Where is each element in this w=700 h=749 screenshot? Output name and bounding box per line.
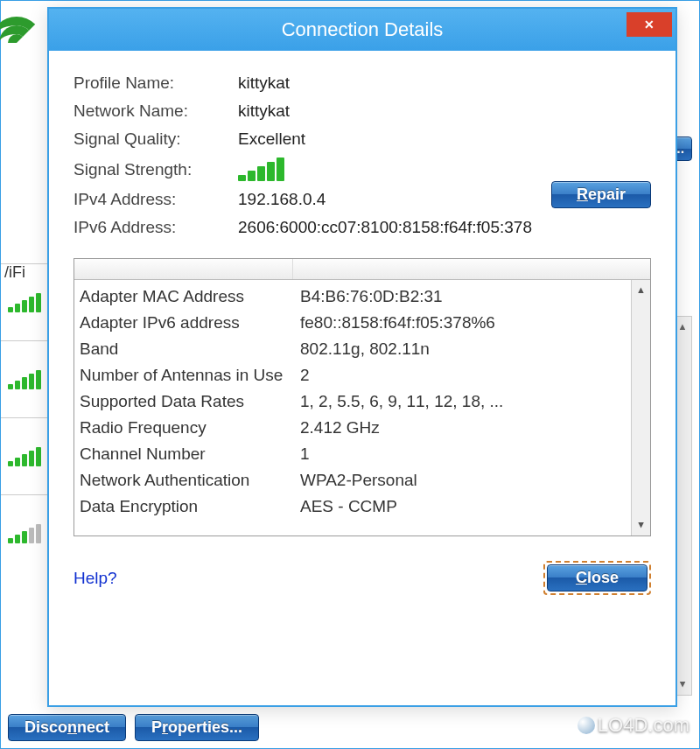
dialog-titlebar[interactable]: Connection Details bbox=[49, 9, 676, 51]
close-button[interactable]: Close bbox=[547, 564, 648, 592]
details-header[interactable] bbox=[74, 259, 650, 280]
list-item[interactable] bbox=[1, 340, 53, 417]
ipv6-label: IPv6 Address: bbox=[74, 218, 238, 237]
details-scrollbar[interactable]: ▲ ▲ bbox=[631, 280, 650, 536]
detail-key: Supported Data Rates bbox=[80, 388, 300, 415]
wifi-logo-icon bbox=[0, 10, 53, 80]
table-row[interactable]: Supported Data Rates1, 2, 5.5, 6, 9, 11,… bbox=[80, 388, 650, 415]
profile-name-value: kittykat bbox=[238, 74, 651, 93]
close-icon[interactable] bbox=[626, 12, 672, 37]
details-table: Adapter MAC AddressB4:B6:76:0D:B2:31Adap… bbox=[74, 258, 651, 536]
detail-key: Adapter IPv6 address bbox=[80, 310, 300, 336]
detail-value: 2 bbox=[300, 362, 650, 388]
repair-button[interactable]: Repair bbox=[551, 181, 651, 208]
signal-strength-label: Signal Strength: bbox=[74, 160, 238, 179]
disconnect-button[interactable]: Disconnect bbox=[8, 714, 126, 741]
help-link[interactable]: Help? bbox=[74, 569, 117, 588]
list-item[interactable] bbox=[1, 263, 53, 340]
dialog-title: Connection Details bbox=[282, 18, 444, 41]
network-name-value: kittykat bbox=[238, 102, 651, 121]
table-row[interactable]: Channel Number1 bbox=[80, 441, 650, 467]
detail-value: AES - CCMP bbox=[300, 494, 650, 520]
ipv4-label: IPv4 Address: bbox=[74, 190, 238, 209]
background-network-list bbox=[1, 263, 53, 571]
signal-bars-icon bbox=[8, 447, 41, 466]
signal-bars-icon bbox=[238, 158, 651, 181]
table-row[interactable]: Adapter MAC AddressB4:B6:76:0D:B2:31 bbox=[80, 284, 650, 310]
signal-bars-icon bbox=[8, 370, 41, 389]
detail-key: Adapter MAC Address bbox=[80, 284, 300, 310]
signal-bars-icon bbox=[8, 524, 41, 543]
table-row[interactable]: Band802.11g, 802.11n bbox=[80, 336, 650, 362]
detail-value: fe80::8158:f64f:f05:378%6 bbox=[300, 310, 650, 336]
detail-value: B4:B6:76:0D:B2:31 bbox=[300, 284, 650, 310]
table-row[interactable]: Radio Frequency2.412 GHz bbox=[80, 415, 650, 441]
table-row[interactable]: Data EncryptionAES - CCMP bbox=[80, 494, 650, 520]
detail-value: 802.11g, 802.11n bbox=[300, 336, 650, 362]
detail-key: Radio Frequency bbox=[80, 415, 300, 441]
table-row[interactable]: Number of Antennas in Use2 bbox=[80, 362, 650, 388]
detail-key: Network Authentication bbox=[80, 467, 300, 494]
detail-value: 2.412 GHz bbox=[300, 415, 650, 441]
ipv6-value: 2606:6000:cc07:8100:8158:f64f:f05:378 bbox=[238, 218, 651, 237]
detail-key: Number of Antennas in Use bbox=[80, 362, 300, 388]
scroll-down-icon[interactable]: ▲ bbox=[632, 516, 650, 536]
detail-key: Band bbox=[80, 336, 300, 362]
profile-name-label: Profile Name: bbox=[74, 74, 238, 93]
detail-value: 1 bbox=[300, 441, 650, 467]
connection-details-dialog: Connection Details Profile Name: kittyka… bbox=[47, 7, 677, 707]
signal-bars-icon bbox=[8, 293, 41, 312]
list-item[interactable] bbox=[1, 494, 53, 571]
list-item[interactable] bbox=[1, 417, 53, 494]
detail-value: 1, 2, 5.5, 6, 9, 11, 12, 18, ... bbox=[300, 388, 650, 415]
table-row[interactable]: Network AuthenticationWPA2-Personal bbox=[80, 467, 650, 494]
detail-key: Channel Number bbox=[80, 441, 300, 467]
detail-value: WPA2-Personal bbox=[300, 467, 650, 494]
scroll-up-icon[interactable]: ▲ bbox=[632, 280, 650, 299]
signal-quality-value: Excellent bbox=[238, 130, 651, 149]
signal-quality-label: Signal Quality: bbox=[74, 130, 238, 149]
properties-button[interactable]: Properties... bbox=[135, 714, 259, 741]
network-name-label: Network Name: bbox=[74, 102, 238, 121]
table-row[interactable]: Adapter IPv6 addressfe80::8158:f64f:f05:… bbox=[80, 310, 650, 336]
detail-key: Data Encryption bbox=[80, 494, 300, 520]
